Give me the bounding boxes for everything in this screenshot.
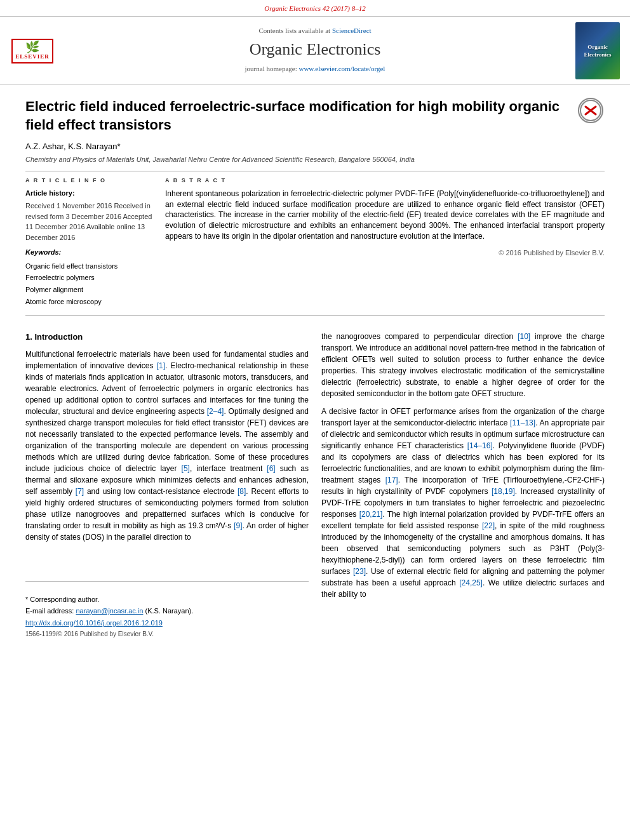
keyword-4: Atomic force microscopy xyxy=(25,296,152,308)
article-title: Electric field induced ferroelectric-sur… xyxy=(25,98,570,134)
article-area: Electric field induced ferroelectric-sur… xyxy=(0,85,630,316)
ref-11-13[interactable]: [11–13] xyxy=(510,418,535,427)
ref-18-19[interactable]: [18,19] xyxy=(492,487,515,496)
contents-line: Contents lists available at ScienceDirec… xyxy=(67,26,563,36)
abstract-text: Inherent spontaneous polarization in fer… xyxy=(165,189,605,242)
journal-citation: Organic Electronics 42 (2017) 8–12 xyxy=(0,0,630,16)
journal-header: 🌿 ELSEVIER Contents lists available at S… xyxy=(0,16,630,85)
email-link[interactable]: narayan@jncasr.ac.in xyxy=(76,607,143,615)
ref-9[interactable]: [9] xyxy=(234,521,242,530)
email-note: (K.S. Narayan). xyxy=(145,607,194,615)
history-item-3: 3 December 2016 xyxy=(66,213,121,220)
crossmark-icon xyxy=(578,98,603,123)
abstract-header: A B S T R A C T xyxy=(165,177,605,185)
corresponding-label: * Corresponding author. xyxy=(25,594,309,605)
author-names: A.Z. Ashar, K.S. Narayan* xyxy=(25,142,121,151)
journal-title-area: Contents lists available at ScienceDirec… xyxy=(67,26,563,76)
contents-label: Contents lists available at xyxy=(258,27,330,34)
keywords-label: Keywords: xyxy=(25,248,152,257)
body-col-right: the nanogrooves compared to perpendicula… xyxy=(321,331,605,639)
body-two-col: 1. Introduction Multifunctional ferroele… xyxy=(25,331,605,639)
crossmark-badge[interactable] xyxy=(577,97,605,124)
ref-22[interactable]: [22] xyxy=(482,521,495,530)
body-col2-p2: A decisive factor in OFET performance ar… xyxy=(321,406,605,600)
homepage-line: journal homepage: www.elsevier.com/locat… xyxy=(67,64,563,74)
elsevier-tree-icon: 🌿 xyxy=(25,41,39,53)
email-line: E-mail address: narayan@jncasr.ac.in (K.… xyxy=(25,606,309,617)
ref-7[interactable]: [7] xyxy=(76,487,84,496)
homepage-link[interactable]: www.elsevier.com/locate/orgel xyxy=(298,65,385,72)
ref-2-4[interactable]: [2–4] xyxy=(207,407,224,416)
ref-5[interactable]: [5] xyxy=(182,464,190,473)
ref-17[interactable]: [17] xyxy=(385,476,398,484)
ref-6[interactable]: [6] xyxy=(267,464,275,473)
body-col-left: 1. Introduction Multifunctional ferroele… xyxy=(25,331,309,639)
ref-1[interactable]: [1] xyxy=(157,361,165,370)
ref-10[interactable]: [10] xyxy=(518,332,530,341)
ref-8[interactable]: [8] xyxy=(238,487,246,496)
journal-title: Organic Electronics xyxy=(67,38,563,61)
footnote-area: * Corresponding author. E-mail address: … xyxy=(25,581,309,639)
journal-cover-text: OrganicElectronics xyxy=(584,43,612,59)
abstract-column: A B S T R A C T Inherent spontaneous pol… xyxy=(165,177,605,307)
elsevier-text: ELSEVIER xyxy=(15,53,50,61)
section1-title: 1. Introduction xyxy=(25,331,309,343)
history-label: Article history: xyxy=(25,189,152,198)
keyword-3: Polymer alignment xyxy=(25,284,152,296)
authors: A.Z. Ashar, K.S. Narayan* xyxy=(25,141,605,152)
doi-link[interactable]: http://dx.doi.org/10.1016/j.orgel.2016.1… xyxy=(25,619,163,627)
email-label: E-mail address: xyxy=(25,607,74,615)
body-col1-p1: Multifunctional ferroelectric materials … xyxy=(25,349,309,543)
ref-23[interactable]: [23] xyxy=(353,567,366,576)
keyword-2: Ferroelectric polymers xyxy=(25,272,152,284)
elsevier-logo-area: 🌿 ELSEVIER xyxy=(10,35,61,67)
doi-line: http://dx.doi.org/10.1016/j.orgel.2016.1… xyxy=(25,618,309,629)
divider-2 xyxy=(25,315,605,316)
info-abstract-section: A R T I C L E I N F O Article history: R… xyxy=(25,177,605,307)
copyright: © 2016 Published by Elsevier B.V. xyxy=(165,248,605,258)
affiliation: Chemistry and Physics of Materials Unit,… xyxy=(25,155,605,164)
homepage-label: journal homepage: xyxy=(245,65,297,72)
journal-cover-area: OrganicElectronics xyxy=(569,22,620,79)
divider-1 xyxy=(25,171,605,171)
main-body: 1. Introduction Multifunctional ferroele… xyxy=(0,321,630,645)
title-row: Electric field induced ferroelectric-sur… xyxy=(25,91,605,140)
elsevier-logo: 🌿 ELSEVIER xyxy=(10,35,55,67)
ref-14-16[interactable]: [14–16] xyxy=(467,441,493,450)
history-item-1: Received 1 November 2016 xyxy=(25,202,112,210)
article-info-header: A R T I C L E I N F O xyxy=(25,177,152,185)
journal-cover: OrganicElectronics xyxy=(575,22,620,79)
issn-line: 1566-1199/© 2016 Published by Elsevier B… xyxy=(25,629,309,639)
ref-20-21[interactable]: [20,21] xyxy=(359,510,383,519)
body-col2-p1: the nanogrooves compared to perpendicula… xyxy=(321,331,605,399)
article-info-column: A R T I C L E I N F O Article history: R… xyxy=(25,177,152,307)
sciencedirect-link[interactable]: ScienceDirect xyxy=(332,27,372,34)
ref-24-25[interactable]: [24,25] xyxy=(459,578,483,587)
keyword-1: Organic field effect transistors xyxy=(25,260,152,272)
